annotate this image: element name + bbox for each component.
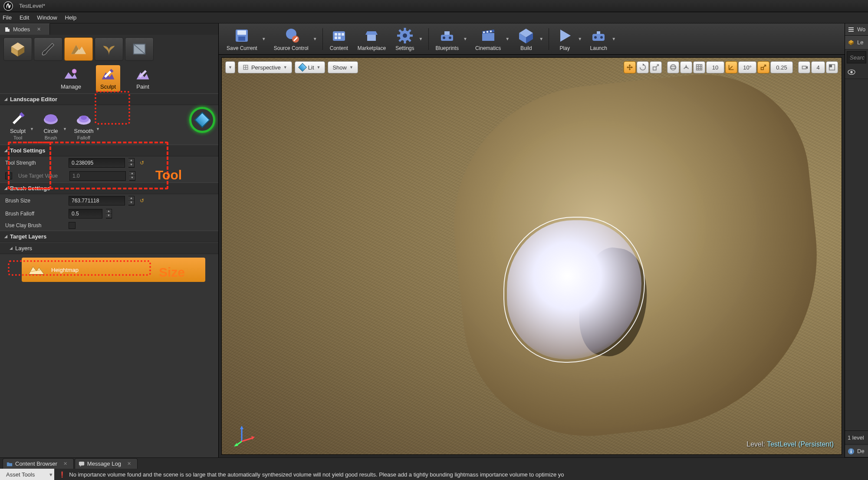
grid-snap-value[interactable]: 10 xyxy=(706,61,724,73)
brush-falloff-input[interactable] xyxy=(69,209,102,218)
target-value-input[interactable] xyxy=(69,171,126,181)
grid-snap-button[interactable] xyxy=(693,61,705,73)
mode-landscape-button[interactable] xyxy=(64,37,93,61)
content-browser-tab[interactable]: Content Browser ✕ xyxy=(3,458,74,469)
blueprints-icon xyxy=(438,27,456,44)
tool-circle-brush[interactable]: Circle Brush ▼ xyxy=(41,109,61,140)
brush-size-input[interactable] xyxy=(69,196,125,205)
folder-icon xyxy=(7,461,13,467)
eye-icon xyxy=(848,69,855,75)
world-outliner-tab[interactable]: Wo xyxy=(845,23,868,36)
details-label: De xyxy=(857,448,865,454)
landscape-tab-paint[interactable]: Paint xyxy=(131,65,155,92)
modes-tab[interactable]: Modes ✕ xyxy=(0,23,50,35)
close-icon[interactable]: ✕ xyxy=(127,461,131,467)
section-brush-settings[interactable]: Brush Settings xyxy=(0,182,218,194)
chevron-down-icon[interactable]: ▼ xyxy=(96,127,100,131)
viewport-perspective-button[interactable]: Perspective ▼ xyxy=(238,61,292,73)
scale-snap-value[interactable]: 0.25 xyxy=(770,61,793,73)
landscape-tab-sculpt[interactable]: Sculpt xyxy=(96,65,120,92)
section-layers[interactable]: Layers xyxy=(0,242,218,254)
launch-button[interactable]: Launch xyxy=(586,26,611,52)
spinner[interactable]: ▲▼ xyxy=(128,158,135,168)
viewport-lit-button[interactable]: Lit ▼ xyxy=(295,61,326,73)
warning-strip[interactable]: ❗ No importance volume found and the sce… xyxy=(54,469,868,480)
viewport-options-button[interactable]: ▼ xyxy=(225,61,235,73)
reset-to-default-icon[interactable]: ↺ xyxy=(140,198,144,204)
chevron-down-icon[interactable]: ▼ xyxy=(578,36,584,41)
chevron-down-icon[interactable]: ▼ xyxy=(313,36,319,41)
viewport-show-button[interactable]: Show ▼ xyxy=(328,61,358,73)
tool-smooth-falloff[interactable]: Smooth Falloff ▼ xyxy=(74,109,94,140)
cinematics-button[interactable]: Cinematics xyxy=(472,26,504,52)
tool-sculpt[interactable]: Sculpt Tool ▼ xyxy=(8,109,28,140)
actor-count-row: 1 level xyxy=(845,430,868,444)
svg-marker-52 xyxy=(560,30,571,42)
mode-paint-button[interactable] xyxy=(34,37,62,61)
menu-bar: File Edit Window Help xyxy=(0,12,868,23)
chevron-down-icon[interactable]: ▼ xyxy=(612,36,618,41)
chevron-down-icon[interactable]: ▼ xyxy=(30,127,34,131)
close-icon[interactable]: ✕ xyxy=(37,26,41,32)
angle-snap-value[interactable]: 10° xyxy=(738,61,756,73)
reset-to-default-icon[interactable]: ↺ xyxy=(140,160,144,166)
camera-speed-button[interactable] xyxy=(798,61,810,73)
blueprints-button[interactable]: Blueprints xyxy=(432,26,462,52)
spinner[interactable]: ▲▼ xyxy=(129,171,135,181)
svg-rect-28 xyxy=(338,36,341,39)
transform-move-button[interactable] xyxy=(624,61,636,73)
section-target-layers[interactable]: Target Layers xyxy=(0,231,218,242)
svg-rect-48 xyxy=(490,30,492,32)
menu-window[interactable]: Window xyxy=(37,14,57,21)
visibility-toggle[interactable] xyxy=(845,65,868,79)
marketplace-button[interactable]: Marketplace xyxy=(354,26,389,52)
spinner[interactable]: ▲▼ xyxy=(106,209,112,218)
close-icon[interactable]: ✕ xyxy=(63,461,67,467)
spinner[interactable]: ▲▼ xyxy=(128,196,135,205)
chevron-down-icon[interactable]: ▼ xyxy=(419,36,425,41)
use-clay-brush-checkbox[interactable] xyxy=(69,222,76,229)
menu-file[interactable]: File xyxy=(3,14,12,21)
tool-sculpt-sub: Tool xyxy=(13,135,22,140)
section-tool-settings[interactable]: Tool Settings xyxy=(0,145,218,156)
chevron-down-icon[interactable]: ▼ xyxy=(539,36,545,41)
chevron-down-icon[interactable]: ▼ xyxy=(262,36,268,41)
save-current-button[interactable]: Save Current xyxy=(223,26,261,52)
target-layer-heightmap[interactable]: Heightmap xyxy=(22,258,205,282)
section-landscape-editor[interactable]: Landscape Editor xyxy=(0,93,218,105)
level-header-row[interactable]: Le xyxy=(845,36,868,50)
transform-scale-button[interactable] xyxy=(650,61,662,73)
settings-button[interactable]: Settings xyxy=(392,26,418,52)
details-tab[interactable]: De xyxy=(845,445,868,457)
asset-tools-label[interactable]: Asset Tools xyxy=(0,471,41,478)
mode-place-button[interactable] xyxy=(3,37,32,61)
tool-strength-input[interactable] xyxy=(69,158,125,168)
chevron-down-icon[interactable]: ▼ xyxy=(63,127,67,131)
surface-snap-button[interactable] xyxy=(680,61,692,73)
outliner-search-input[interactable]: Searc xyxy=(847,51,866,63)
build-button[interactable]: Build xyxy=(514,26,538,52)
svg-point-0 xyxy=(4,1,13,10)
content-label: Content xyxy=(330,45,348,51)
level-viewport[interactable]: ▼ Perspective ▼ Lit ▼ Show ▼ xyxy=(221,57,842,455)
maximize-viewport-button[interactable] xyxy=(826,61,838,73)
menu-help[interactable]: Help xyxy=(65,14,77,21)
mode-foliage-button[interactable] xyxy=(95,37,123,61)
chevron-down-icon[interactable]: ▼ xyxy=(463,36,469,41)
angle-snap-button[interactable] xyxy=(725,61,737,73)
chevron-down-icon[interactable]: ▼ xyxy=(505,36,511,41)
transform-rotate-button[interactable] xyxy=(637,61,649,73)
camera-speed-value[interactable]: 4 xyxy=(811,61,825,73)
scale-snap-button[interactable] xyxy=(757,61,769,73)
tool-falloff-sub: Falloff xyxy=(77,135,90,140)
menu-edit[interactable]: Edit xyxy=(20,14,29,21)
use-target-value-checkbox[interactable] xyxy=(5,172,12,179)
coordinate-space-button[interactable] xyxy=(667,61,679,73)
content-button[interactable]: Content xyxy=(326,26,352,52)
mode-geometry-button[interactable] xyxy=(125,37,154,61)
source-control-button[interactable]: Source Control xyxy=(270,26,312,52)
landscape-tab-manage[interactable]: Manage xyxy=(56,65,85,92)
source-control-label: Source Control xyxy=(274,45,309,51)
message-log-tab[interactable]: Message Log ✕ xyxy=(75,458,138,469)
play-button[interactable]: Play xyxy=(552,26,577,52)
